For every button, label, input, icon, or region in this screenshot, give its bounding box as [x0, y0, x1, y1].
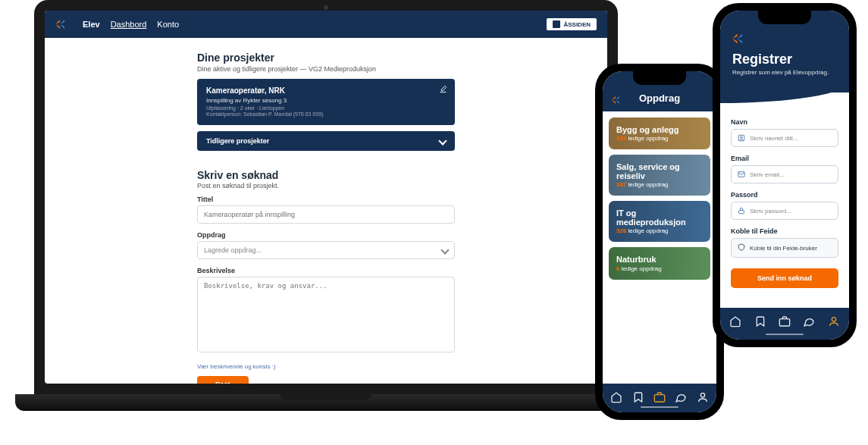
- form-heading: Skriv en søknad: [197, 169, 455, 181]
- nav-bookmark-icon[interactable]: [632, 391, 644, 403]
- register-title: Registrer: [732, 52, 837, 67]
- nav-link-dashbord[interactable]: Dashbord: [111, 20, 147, 29]
- projects-subtitle: Dine aktive og tidligere prosjekter — VG…: [197, 65, 455, 73]
- email-input[interactable]: Skriv email...: [731, 165, 838, 183]
- form-hint: Vær beskrivende og konsis :): [197, 363, 455, 370]
- previous-projects-accordion[interactable]: Tidligere prosjekter: [197, 131, 455, 151]
- passord-input[interactable]: Skriv passord...: [731, 202, 838, 220]
- phone-registrer: Registrer Registrer som elev på Elevoppd…: [713, 3, 857, 347]
- oppdrag-title: Oppdrag: [639, 92, 680, 104]
- logo-icon: [55, 20, 72, 29]
- nav-briefcase-icon[interactable]: [779, 315, 791, 331]
- phone-notch: [758, 11, 811, 24]
- register-form: Navn Skriv navnet ditt... Email Skriv em…: [720, 92, 849, 299]
- nav-bookmark-icon[interactable]: [754, 315, 766, 331]
- label-oppdrag: Oppdrag: [197, 231, 455, 239]
- logo-icon: [612, 95, 625, 106]
- nav-chat-icon[interactable]: [803, 315, 815, 331]
- category-card-it[interactable]: IT og medieproduksjon 326 ledige oppdrag: [609, 201, 710, 242]
- project-desc: Innspilling av Rykter sesong 3: [206, 97, 446, 104]
- link-icon: [738, 243, 745, 252]
- svg-rect-0: [654, 395, 664, 402]
- laptop-bezel: Elev Dashbord Konto ÅSSIDEN Dine prosjek…: [34, 0, 618, 394]
- projects-heading: Dine prosjekter: [197, 52, 455, 64]
- bottom-nav: [603, 384, 716, 412]
- category-list: Bygg og anlegg 154 ledige oppdrag Salg, …: [603, 111, 716, 286]
- desktop-app: Elev Dashbord Konto ÅSSIDEN Dine prosjek…: [45, 11, 607, 384]
- category-card-bygg[interactable]: Bygg og anlegg 154 ledige oppdrag: [609, 118, 710, 149]
- phone-notch: [633, 71, 686, 85]
- nav-home-icon[interactable]: [729, 315, 741, 331]
- active-project-card[interactable]: Kameraoperatør, NRK Innspilling av Rykte…: [197, 79, 455, 125]
- mail-icon: [738, 171, 745, 178]
- project-meta2: Kontaktperson: Sebastian P. Mandal (970 …: [206, 111, 446, 117]
- label-beskrivelse: Beskrivelse: [197, 267, 455, 274]
- project-title: Kameraoperatør, NRK: [206, 86, 446, 95]
- label-navn: Navn: [731, 118, 838, 126]
- label-passord: Passord: [731, 191, 838, 199]
- feide-connect-button[interactable]: Koble til din Feide-bruker: [731, 238, 838, 258]
- nav-chat-icon[interactable]: [675, 391, 687, 403]
- project-meta1: Utplassering · 2 uker · Liertoppen: [206, 105, 446, 111]
- register-subtitle: Registrer som elev på Elevoppdrag.: [732, 69, 837, 76]
- lock-icon: [738, 207, 745, 215]
- svg-rect-6: [779, 319, 789, 326]
- school-badge: ÅSSIDEN: [547, 18, 597, 30]
- svg-rect-5: [739, 211, 744, 214]
- tittel-input[interactable]: [197, 205, 455, 224]
- category-card-natur[interactable]: Naturbruk 0 ledige oppdrag: [609, 247, 710, 279]
- bottom-nav: [720, 308, 849, 340]
- label-feide: Koble til Feide: [731, 227, 838, 235]
- label-email: Email: [731, 155, 838, 162]
- top-nav: Elev Dashbord Konto ÅSSIDEN: [45, 11, 607, 38]
- label-tittel: Tittel: [197, 196, 455, 203]
- laptop-device: Elev Dashbord Konto ÅSSIDEN Dine prosjek…: [15, 0, 637, 432]
- nav-briefcase-icon[interactable]: [653, 391, 666, 403]
- oppdrag-select[interactable]: Lagrede oppdrag...: [197, 241, 455, 259]
- nav-user-icon[interactable]: [828, 315, 840, 331]
- form-subtitle: Post en søknad til prosjekt.: [197, 182, 455, 190]
- nav-user-icon[interactable]: [697, 391, 709, 403]
- accordion-label: Tidligere prosjekter: [206, 137, 269, 145]
- nav-role: Elev: [83, 20, 100, 29]
- category-card-salg[interactable]: Salg, service og reiseliv 107 ledige opp…: [609, 155, 710, 196]
- phone-oppdrag: Oppdrag Bygg og anlegg 154 ledige oppdra…: [595, 64, 724, 420]
- beskrivelse-textarea[interactable]: [197, 277, 455, 353]
- svg-point-1: [700, 393, 704, 397]
- post-button[interactable]: Post: [197, 376, 249, 384]
- navn-input[interactable]: Skriv navnet ditt...: [731, 129, 838, 147]
- chevron-down-icon: [440, 246, 449, 254]
- chevron-down-icon: [438, 136, 447, 145]
- send-button[interactable]: Send inn søknad: [731, 268, 838, 288]
- logo-icon: [732, 33, 750, 46]
- edit-icon[interactable]: [439, 85, 447, 95]
- nav-link-konto[interactable]: Konto: [157, 20, 179, 29]
- svg-point-3: [741, 136, 743, 139]
- user-square-icon: [738, 134, 745, 142]
- laptop-base: [15, 394, 637, 411]
- oppdrag-select-value: Lagrede oppdrag...: [204, 246, 262, 254]
- nav-home-icon[interactable]: [610, 391, 622, 403]
- svg-point-7: [832, 318, 835, 321]
